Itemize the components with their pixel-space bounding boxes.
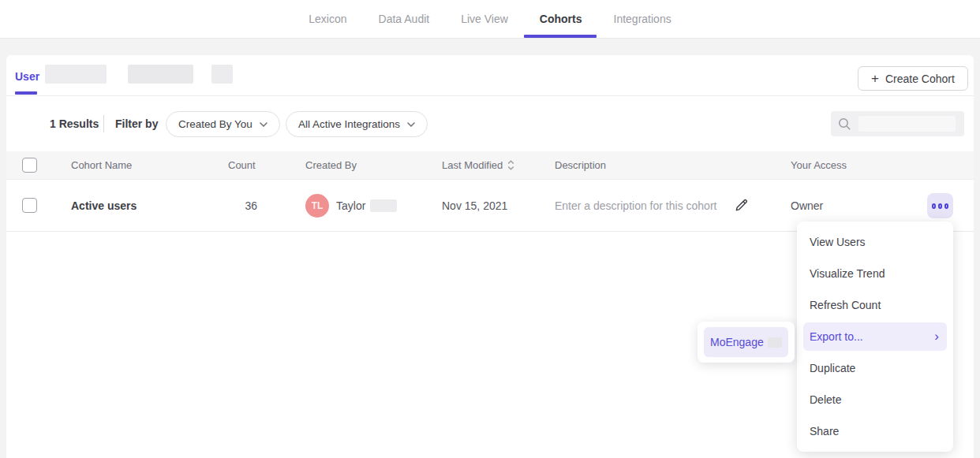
results-count: 1 Results xyxy=(50,117,99,130)
table-header: Cohort Name Count Created By Last Modifi… xyxy=(6,151,974,180)
last-modified-label: Last Modified xyxy=(442,159,503,171)
created-by-filter-value: Created By You xyxy=(178,118,252,130)
nav-tab-integrations[interactable]: Integrations xyxy=(614,0,671,38)
menu-item-export-to[interactable]: Export to... › xyxy=(803,322,947,351)
filter-by-label: Filter by xyxy=(115,117,158,130)
nav-tab-lexicon[interactable]: Lexicon xyxy=(309,0,346,38)
cohort-context-menu: View Users Visualize Trend Refresh Count… xyxy=(797,222,953,452)
redacted-tab xyxy=(211,65,233,84)
create-cohort-button[interactable]: + Create Cohort xyxy=(858,66,968,91)
sort-icon xyxy=(507,160,514,170)
column-header-cohort-name: Cohort Name xyxy=(71,151,132,179)
column-header-last-modified[interactable]: Last Modified xyxy=(442,151,514,179)
cohort-name[interactable]: Active users xyxy=(71,180,137,231)
nav-tab-data-audit[interactable]: Data Audit xyxy=(379,0,430,38)
nav-tab-live-view[interactable]: Live View xyxy=(461,0,508,38)
dot-icon xyxy=(944,203,948,209)
avatar: TL xyxy=(305,194,329,218)
column-header-count: Count xyxy=(228,151,257,179)
column-header-your-access: Your Access xyxy=(791,151,847,179)
column-header-description: Description xyxy=(555,151,606,179)
filter-bar: 1 Results Filter by Created By You All A… xyxy=(6,96,974,151)
integrations-filter-dropdown[interactable]: All Active Integrations xyxy=(286,111,428,137)
redacted-tab xyxy=(128,65,193,84)
select-all-checkbox[interactable] xyxy=(22,158,37,173)
search-input[interactable] xyxy=(831,111,964,136)
created-by-filter-dropdown[interactable]: Created By You xyxy=(166,111,280,137)
tab-user[interactable]: User xyxy=(15,70,39,83)
more-actions-button[interactable] xyxy=(927,193,953,218)
edit-description-icon[interactable] xyxy=(734,198,749,213)
menu-item-refresh-count[interactable]: Refresh Count xyxy=(797,289,953,321)
chevron-right-icon: › xyxy=(934,330,939,343)
description-placeholder[interactable]: Enter a description for this cohort xyxy=(555,199,716,212)
create-cohort-label: Create Cohort xyxy=(885,73,955,85)
nav-tab-cohorts[interactable]: Cohorts xyxy=(540,0,582,38)
search-icon xyxy=(838,117,851,131)
redacted-text xyxy=(768,337,782,348)
redacted-name xyxy=(370,199,397,212)
created-by-name: Taylor xyxy=(336,199,365,212)
export-submenu: MoEngage xyxy=(698,322,795,363)
menu-item-share[interactable]: Share xyxy=(797,415,953,447)
dot-icon xyxy=(932,203,936,209)
divider xyxy=(103,115,104,132)
submenu-item-label: MoEngage xyxy=(710,336,764,348)
integrations-filter-value: All Active Integrations xyxy=(298,118,400,130)
plus-icon: + xyxy=(871,72,879,85)
cohort-type-tabs: User + Create Cohort xyxy=(6,55,974,96)
submenu-item-moengage[interactable]: MoEngage xyxy=(704,327,788,357)
chevron-down-icon xyxy=(407,122,415,127)
top-navigation: Lexicon Data Audit Live View Cohorts Int… xyxy=(0,0,980,39)
menu-item-label: Export to... xyxy=(810,330,863,343)
menu-item-duplicate[interactable]: Duplicate xyxy=(797,352,953,384)
menu-item-visualize-trend[interactable]: Visualize Trend xyxy=(797,258,953,289)
column-header-created-by: Created By xyxy=(305,151,357,179)
row-checkbox[interactable] xyxy=(22,198,37,213)
menu-item-delete[interactable]: Delete xyxy=(797,384,953,415)
last-modified-date: Nov 15, 2021 xyxy=(442,180,507,231)
active-tab-underline xyxy=(15,91,37,95)
menu-item-view-users[interactable]: View Users xyxy=(797,226,953,258)
dot-icon xyxy=(938,203,942,209)
redacted-tab xyxy=(45,65,107,84)
cohort-count: 36 xyxy=(228,180,257,231)
redacted-search-text xyxy=(858,116,956,132)
chevron-down-icon xyxy=(260,122,267,127)
